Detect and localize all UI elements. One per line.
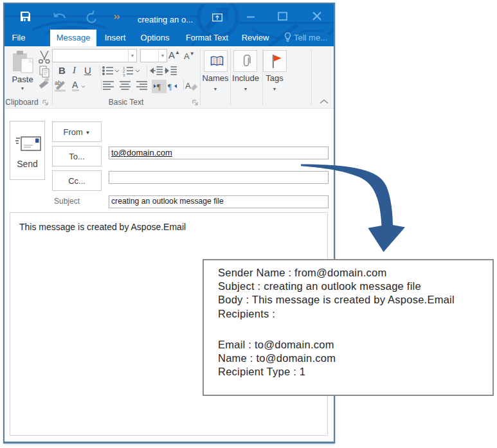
svg-text:A: A <box>185 81 191 91</box>
svg-text:A: A <box>72 80 78 90</box>
svg-text:¶: ¶ <box>168 82 172 91</box>
svg-text:¶: ¶ <box>157 82 161 91</box>
svg-text:3: 3 <box>123 73 125 77</box>
